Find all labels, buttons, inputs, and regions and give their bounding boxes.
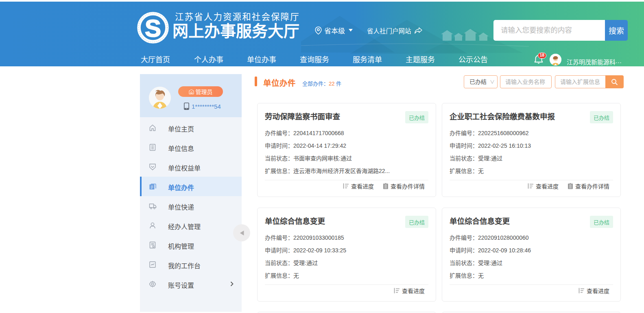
svg-text:S: S xyxy=(145,15,161,42)
